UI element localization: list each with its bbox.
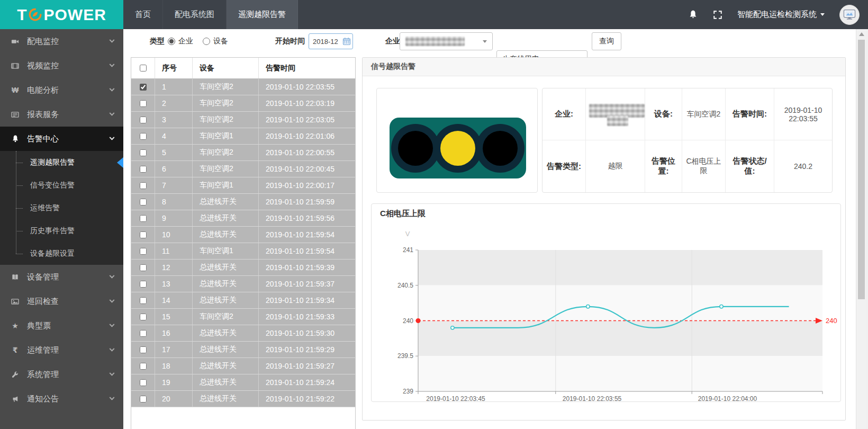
submenu-item[interactable]: 设备越限设置	[0, 242, 123, 265]
submenu-item[interactable]: 历史事件告警	[0, 219, 123, 242]
table-row[interactable]: 16总进线开关2019-01-10 21:59:30	[131, 325, 355, 342]
app-logo: T POWER	[0, 0, 123, 29]
sidebar-item-label: 设备管理	[27, 272, 59, 282]
sidebar-item[interactable]: 通知公告	[0, 387, 123, 411]
sidebar-item[interactable]: 告警中心	[0, 127, 123, 151]
table-row[interactable]: 12总进线开关2019-01-10 21:59:39	[131, 260, 355, 276]
svg-text:239.5: 239.5	[397, 352, 413, 360]
table-row[interactable]: 17总进线开关2019-01-10 21:59:29	[131, 342, 355, 358]
row-no: 19	[155, 374, 193, 390]
row-checkbox[interactable]	[140, 149, 147, 156]
row-checkbox[interactable]	[140, 248, 147, 255]
table-row[interactable]: 13总进线开关2019-01-10 21:59:37	[131, 276, 355, 292]
row-checkbox[interactable]	[140, 133, 147, 140]
row-checkbox[interactable]	[140, 84, 147, 91]
sidebar-item[interactable]: 设备管理	[0, 265, 123, 289]
sidebar-item[interactable]: 巡回检查	[0, 289, 123, 314]
sidebar-item[interactable]: ₩电能分析	[0, 78, 123, 102]
notification-bell-icon[interactable]	[688, 10, 698, 20]
start-time-input[interactable]	[313, 38, 340, 46]
row-checkbox[interactable]	[140, 264, 147, 271]
system-menu[interactable]: 智能配电运检检测系统	[737, 10, 825, 20]
row-checkbox[interactable]	[140, 297, 147, 304]
row-checkbox[interactable]	[140, 379, 147, 386]
row-time: 2019-01-10 22:00:17	[259, 181, 355, 190]
enterprise-radio[interactable]	[168, 38, 175, 45]
table-row[interactable]: 5车间空调22019-01-10 22:00:55	[131, 145, 355, 161]
chevron-down-icon	[483, 40, 487, 43]
sidebar-item[interactable]: 视频监控	[0, 53, 123, 78]
scroll-up-arrow-icon[interactable]	[859, 32, 864, 36]
table-row[interactable]: 9总进线开关2019-01-10 21:59:56	[131, 210, 355, 227]
submenu-item[interactable]: 遥测越限告警	[0, 151, 123, 174]
table-row[interactable]: 11车间空调12019-01-10 21:59:54	[131, 243, 355, 260]
row-checkbox[interactable]	[140, 346, 147, 353]
table-row[interactable]: 18总进线开关2019-01-10 21:59:27	[131, 358, 355, 374]
won-icon: ₩	[11, 86, 20, 94]
tab-1[interactable]: 配电系统图	[163, 0, 227, 29]
row-checkbox[interactable]	[140, 117, 147, 123]
row-no: 10	[155, 227, 193, 243]
table-row[interactable]: 1车间空调22019-01-10 22:03:55	[131, 79, 355, 95]
row-device: 车间空调2	[193, 161, 259, 177]
table-row[interactable]: 2车间空调22019-01-10 22:03:19	[131, 95, 355, 112]
select-all-checkbox[interactable]	[140, 65, 147, 72]
tab-0[interactable]: 首页	[123, 0, 163, 29]
submenu-item[interactable]: 信号变位告警	[0, 174, 123, 196]
type-radio-enterprise[interactable]: 企业	[168, 37, 193, 46]
row-device: 总进线开关	[193, 342, 259, 358]
row-checkbox[interactable]	[140, 182, 147, 189]
row-checkbox[interactable]	[140, 231, 147, 238]
row-time: 2019-01-10 22:00:55	[259, 148, 355, 157]
sidebar-item[interactable]: ₹运维管理	[0, 338, 123, 362]
panel-title: 信号越限告警	[363, 58, 845, 76]
device-radio[interactable]	[203, 38, 210, 45]
row-time: 2019-01-10 22:01:06	[259, 132, 355, 140]
sidebar-item-label: 报表服务	[27, 110, 59, 120]
avatar[interactable]	[839, 5, 860, 25]
fullscreen-icon[interactable]	[713, 10, 722, 20]
sidebar-item-label: 配电监控	[27, 37, 59, 47]
row-checkbox[interactable]	[140, 330, 147, 337]
row-checkbox[interactable]	[140, 199, 147, 205]
submenu-item[interactable]: 运维告警	[0, 196, 123, 219]
sidebar-item[interactable]: 系统管理	[0, 362, 123, 387]
table-row[interactable]: 20总进线开关2019-01-10 21:59:22	[131, 391, 355, 407]
sidebar-item[interactable]: 配电监控	[0, 29, 123, 53]
enterprise-select[interactable]	[400, 32, 493, 50]
row-checkbox[interactable]	[140, 215, 147, 222]
row-time: 2019-01-10 21:59:30	[259, 329, 355, 337]
sidebar-item[interactable]: 报表服务	[0, 102, 123, 127]
calendar-icon[interactable]	[342, 37, 351, 46]
table-row[interactable]: 15车间空调22019-01-10 21:59:33	[131, 309, 355, 325]
table-row[interactable]: 10总进线开关2019-01-10 21:59:54	[131, 227, 355, 243]
table-row[interactable]: 4车间空调12019-01-10 22:01:06	[131, 128, 355, 145]
row-checkbox[interactable]	[140, 314, 147, 320]
table-row[interactable]: 19总进线开关2019-01-10 21:59:24	[131, 374, 355, 391]
row-time: 2019-01-10 21:59:29	[259, 345, 355, 354]
row-device: 车间空调1	[193, 243, 259, 259]
row-checkbox[interactable]	[140, 281, 147, 288]
table-row[interactable]: 3车间空调22019-01-10 22:03:05	[131, 112, 355, 128]
svg-text:2019-01-10 22:03:55: 2019-01-10 22:03:55	[563, 395, 622, 401]
query-button[interactable]: 查询	[592, 32, 621, 50]
table-row[interactable]: 8总进线开关2019-01-10 21:59:59	[131, 194, 355, 210]
table-row[interactable]: 6车间空调22019-01-10 22:00:45	[131, 161, 355, 177]
row-time: 2019-01-10 22:00:45	[259, 165, 355, 173]
sidebar-item[interactable]: ★典型票	[0, 314, 123, 338]
row-checkbox[interactable]	[140, 396, 147, 403]
row-time: 2019-01-10 22:03:19	[259, 99, 355, 108]
table-row[interactable]: 7车间空调12019-01-10 22:00:17	[131, 177, 355, 194]
scrollbar-thumb[interactable]	[858, 40, 865, 299]
row-checkbox[interactable]	[140, 166, 147, 173]
voltage-line-chart: 241240.5240239.5239V2019-01-10 22:03:452…	[372, 204, 840, 401]
row-checkbox[interactable]	[140, 100, 147, 107]
table-row[interactable]: 14总进线开关2019-01-10 21:59:34	[131, 292, 355, 309]
row-checkbox[interactable]	[140, 363, 147, 370]
tab-2[interactable]: 遥测越限告警	[227, 0, 298, 29]
type-radio-device[interactable]: 设备	[203, 37, 228, 46]
voltage-chart-card: C相电压上限 241240.5240239.5239V2019-01-10 22…	[371, 203, 841, 402]
row-no: 20	[155, 391, 193, 407]
vertical-scrollbar[interactable]	[856, 29, 866, 429]
traffic-light-card	[376, 88, 538, 193]
